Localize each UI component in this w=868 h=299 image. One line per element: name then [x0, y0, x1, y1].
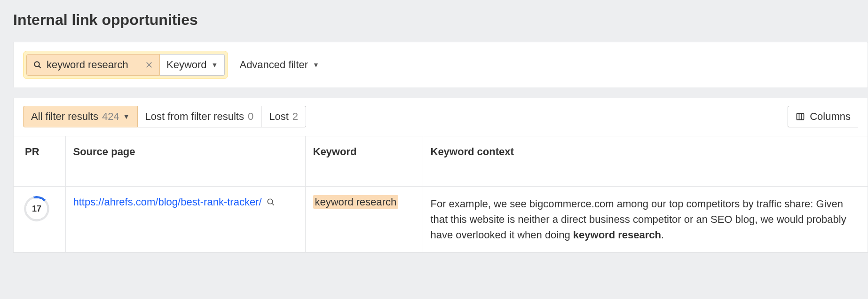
- advanced-filter-dropdown[interactable]: Advanced filter ▼: [239, 59, 319, 71]
- cell-pr: 17: [14, 187, 65, 252]
- keyword-highlight: keyword research: [313, 195, 399, 209]
- results-table: PR Source page Keyword Keyword context 1…: [14, 136, 868, 252]
- tab-lost-from-filter[interactable]: Lost from filter results 0: [138, 106, 262, 127]
- tab-lost[interactable]: Lost 2: [261, 106, 306, 127]
- context-highlight: keyword research: [573, 229, 661, 241]
- keyword-context-text: For example, we see bigcommerce.com amon…: [431, 198, 846, 241]
- columns-button[interactable]: Columns: [788, 106, 858, 127]
- columns-icon: [796, 112, 805, 121]
- svg-point-0: [34, 62, 39, 67]
- caret-down-icon: ▼: [212, 61, 218, 69]
- search-input[interactable]: [47, 59, 141, 71]
- results-toolbar: All filter results 424 ▼ Lost from filte…: [14, 98, 868, 136]
- cell-source: https://ahrefs.com/blog/best-rank-tracke…: [65, 187, 305, 252]
- source-page-link[interactable]: https://ahrefs.com/blog/best-rank-tracke…: [73, 196, 262, 208]
- tab-count: 2: [292, 110, 298, 123]
- tab-count: 424: [102, 110, 119, 123]
- col-header-context[interactable]: Keyword context: [423, 136, 868, 187]
- col-header-source[interactable]: Source page: [65, 136, 305, 187]
- cell-keyword: keyword research: [305, 187, 423, 252]
- pr-badge: 17: [24, 196, 49, 221]
- scope-dropdown[interactable]: Keyword ▼: [160, 54, 225, 76]
- tab-label: All filter results: [31, 110, 98, 123]
- result-tabs: All filter results 424 ▼ Lost from filte…: [23, 106, 306, 127]
- svg-line-1: [39, 66, 41, 68]
- search-highlight-wrap: Keyword ▼: [23, 51, 228, 79]
- columns-label: Columns: [810, 110, 851, 123]
- scope-label: Keyword: [166, 59, 207, 71]
- col-header-pr[interactable]: PR: [14, 136, 65, 187]
- tab-count: 0: [248, 110, 253, 123]
- context-post: .: [661, 229, 664, 241]
- col-header-keyword[interactable]: Keyword: [305, 136, 423, 187]
- inspect-icon[interactable]: [267, 198, 275, 206]
- page-title: Internal link opportunities: [13, 11, 868, 29]
- svg-point-7: [268, 199, 273, 204]
- caret-down-icon: ▼: [313, 61, 319, 69]
- filter-bar: Keyword ▼ Advanced filter ▼: [13, 42, 868, 87]
- search-segment[interactable]: [26, 54, 160, 76]
- tab-all-filter-results[interactable]: All filter results 424 ▼: [23, 106, 138, 127]
- table-row: 17 https://ahrefs.com/blog/best-rank-tra…: [14, 187, 868, 252]
- svg-rect-4: [797, 113, 804, 119]
- caret-down-icon: ▼: [123, 113, 130, 120]
- svg-line-8: [272, 203, 274, 205]
- tab-label: Lost: [269, 110, 289, 123]
- search-scope-group: Keyword ▼: [26, 54, 225, 76]
- results-panel: All filter results 424 ▼ Lost from filte…: [13, 98, 868, 253]
- pr-value: 17: [32, 204, 41, 214]
- search-icon: [33, 61, 42, 69]
- tab-label: Lost from filter results: [145, 110, 244, 123]
- clear-search-icon[interactable]: [145, 61, 153, 69]
- advanced-filter-label: Advanced filter: [239, 59, 308, 71]
- cell-context: For example, we see bigcommerce.com amon…: [423, 187, 868, 252]
